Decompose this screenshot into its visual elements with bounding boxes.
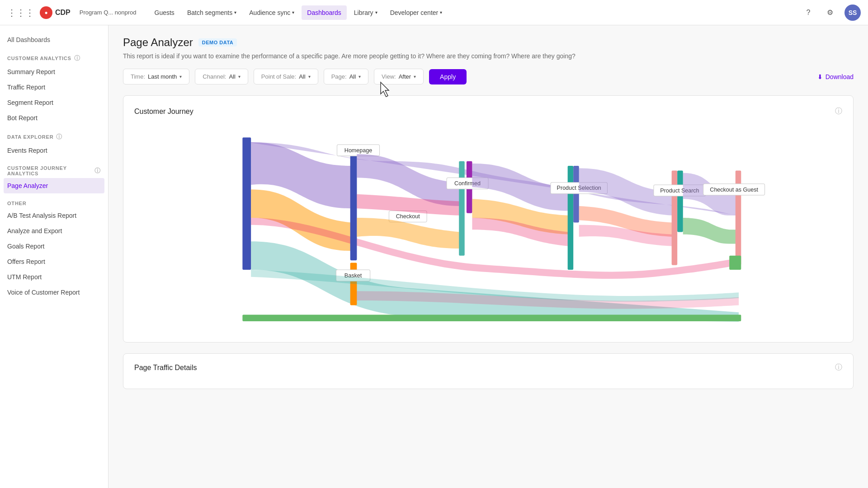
info-icon[interactable]: ⓘ bbox=[74, 54, 80, 62]
node-confirmed-bar bbox=[459, 161, 465, 256]
chevron-down-icon: ▾ bbox=[308, 74, 311, 79]
sidebar-item-utm-report[interactable]: UTM Report bbox=[0, 269, 108, 285]
all-dashboards-link[interactable]: All Dashboards bbox=[0, 33, 108, 47]
sidebar-item-goals-report[interactable]: Goals Report bbox=[0, 239, 108, 254]
page-filter-label: Page: bbox=[331, 73, 347, 80]
page-description: This report is ideal if you want to exam… bbox=[123, 52, 854, 60]
pos-filter-label: Point of Sale: bbox=[261, 73, 296, 80]
flow-green-end bbox=[683, 218, 736, 244]
nav-item-developer-center[interactable]: Developer center ▾ bbox=[385, 5, 448, 20]
main-layout: All Dashboards CUSTOMER ANALYTICS ⓘ Summ… bbox=[0, 25, 868, 488]
page-filter-value: All bbox=[349, 73, 356, 80]
page-traffic-card: Page Traffic Details ⓘ bbox=[123, 353, 854, 389]
logo-text: CDP bbox=[55, 9, 71, 17]
chevron-down-icon: ▾ bbox=[238, 74, 241, 79]
sidebar-item-analyze-export[interactable]: Analyze and Export bbox=[0, 223, 108, 239]
time-filter-label: Time: bbox=[131, 73, 145, 80]
node-homepage-bar bbox=[350, 152, 357, 260]
sidebar-section-customer-analytics: CUSTOMER ANALYTICS ⓘ bbox=[0, 51, 108, 64]
nav-item-guests[interactable]: Guests bbox=[149, 5, 180, 20]
page-title: Page Analyzer bbox=[123, 36, 193, 49]
demo-badge: DEMO DATA bbox=[198, 38, 237, 47]
page-filter[interactable]: Page: All ▾ bbox=[324, 69, 368, 84]
sidebar-item-bot-report[interactable]: Bot Report bbox=[0, 110, 108, 126]
homepage-label: Homepage bbox=[344, 147, 372, 154]
view-filter[interactable]: View: After ▾ bbox=[374, 69, 424, 84]
sankey-chart: Homepage Basket Checkout bbox=[134, 123, 842, 331]
sankey-svg: Homepage Basket Checkout bbox=[134, 123, 842, 331]
pos-filter-value: All bbox=[299, 73, 305, 80]
node-product-selection-bar bbox=[568, 166, 574, 270]
help-icon[interactable]: ? bbox=[801, 5, 816, 20]
sidebar-item-summary-report[interactable]: Summary Report bbox=[0, 64, 108, 80]
logo-icon: ● bbox=[44, 9, 47, 16]
chevron-down-icon: ▾ bbox=[292, 10, 294, 15]
sidebar-section-customer-journey: CUSTOMER JOURNEY ANALYTICS ⓘ bbox=[0, 162, 108, 178]
flow-teal-bottom bbox=[251, 241, 739, 322]
logo-circle: ● bbox=[40, 6, 52, 19]
customer-journey-card: Customer Journey ⓘ bbox=[123, 95, 854, 343]
chevron-down-icon: ▾ bbox=[359, 74, 361, 79]
apply-button[interactable]: Apply bbox=[429, 69, 467, 84]
node-checkout-bar bbox=[242, 137, 251, 270]
time-filter[interactable]: Time: Last month ▾ bbox=[123, 69, 189, 84]
info-icon[interactable]: ⓘ bbox=[56, 133, 62, 141]
channel-filter-value: All bbox=[229, 73, 235, 80]
user-avatar[interactable]: SS bbox=[844, 5, 861, 21]
download-icon: ⬇ bbox=[817, 73, 823, 80]
node-product-selection-bar2 bbox=[573, 166, 579, 222]
main-content: Page Analyzer DEMO DATA This report is i… bbox=[108, 25, 868, 411]
nav-item-dashboards[interactable]: Dashboards bbox=[302, 5, 347, 20]
top-navigation: ⋮⋮⋮ ● CDP Program Q... nonprod Guests Ba… bbox=[0, 0, 868, 25]
sidebar-section-data-explorer: DATA EXPLORER ⓘ bbox=[0, 129, 108, 143]
info-icon[interactable]: ⓘ bbox=[94, 167, 101, 175]
channel-filter-label: Channel: bbox=[203, 73, 226, 80]
view-filter-label: View: bbox=[382, 73, 396, 80]
nav-item-library[interactable]: Library ▾ bbox=[349, 5, 383, 20]
settings-icon[interactable]: ⚙ bbox=[823, 5, 837, 20]
app-logo[interactable]: ● CDP bbox=[40, 6, 71, 19]
sidebar-item-traffic-report[interactable]: Traffic Report bbox=[0, 80, 108, 95]
nav-item-audience-sync[interactable]: Audience sync ▾ bbox=[244, 5, 300, 20]
program-name: Program Q... nonprod bbox=[80, 9, 137, 16]
chevron-down-icon: ▾ bbox=[179, 74, 182, 79]
info-icon[interactable]: ⓘ bbox=[835, 107, 842, 116]
traffic-chart-header: Page Traffic Details ⓘ bbox=[134, 363, 842, 372]
channel-filter[interactable]: Channel: All ▾ bbox=[195, 69, 248, 84]
sidebar: All Dashboards CUSTOMER ANALYTICS ⓘ Summ… bbox=[0, 25, 108, 488]
view-filter-value: After bbox=[399, 73, 411, 80]
nav-items: Guests Batch segments ▾ Audience sync ▾ … bbox=[149, 5, 797, 20]
sidebar-section-other: OTHER bbox=[0, 197, 108, 208]
sidebar-item-offers-report[interactable]: Offers Report bbox=[0, 254, 108, 269]
filters-bar: Time: Last month ▾ Channel: All ▾ Point … bbox=[123, 69, 854, 84]
bottom-green-bar bbox=[242, 314, 741, 321]
sidebar-item-page-analyzer[interactable]: Page Analyzer bbox=[4, 178, 104, 193]
checkout-label: Checkout bbox=[396, 213, 420, 220]
chart-header: Customer Journey ⓘ bbox=[134, 107, 842, 116]
checkout-guest-label: Checkout as Guest bbox=[710, 187, 758, 193]
sidebar-item-events-report[interactable]: Events Report bbox=[0, 143, 108, 158]
chevron-down-icon: ▾ bbox=[440, 10, 442, 15]
node-green-bottom bbox=[729, 256, 741, 270]
download-button[interactable]: ⬇ Download bbox=[817, 73, 854, 80]
sidebar-item-voice-of-customer[interactable]: Voice of Customer Report bbox=[0, 285, 108, 300]
chart-title: Customer Journey bbox=[134, 108, 193, 116]
sidebar-item-segment-report[interactable]: Segment Report bbox=[0, 95, 108, 110]
chevron-down-icon: ▾ bbox=[234, 10, 236, 15]
page-traffic-title: Page Traffic Details bbox=[134, 364, 197, 372]
main-content-area: Page Analyzer DEMO DATA This report is i… bbox=[108, 25, 868, 488]
time-filter-value: Last month bbox=[148, 73, 177, 80]
grid-icon[interactable]: ⋮⋮⋮ bbox=[7, 7, 34, 18]
chevron-down-icon: ▾ bbox=[375, 10, 377, 15]
nav-item-batch-segments[interactable]: Batch segments ▾ bbox=[182, 5, 242, 20]
nav-right: ? ⚙ SS bbox=[801, 5, 861, 21]
pos-filter[interactable]: Point of Sale: All ▾ bbox=[254, 69, 318, 84]
sidebar-item-ab-test[interactable]: A/B Test Analysis Report bbox=[0, 208, 108, 223]
chevron-down-icon: ▾ bbox=[414, 74, 416, 79]
node-product-search-bar2 bbox=[677, 171, 683, 232]
info-icon[interactable]: ⓘ bbox=[835, 363, 842, 372]
page-header: Page Analyzer DEMO DATA bbox=[123, 36, 854, 49]
